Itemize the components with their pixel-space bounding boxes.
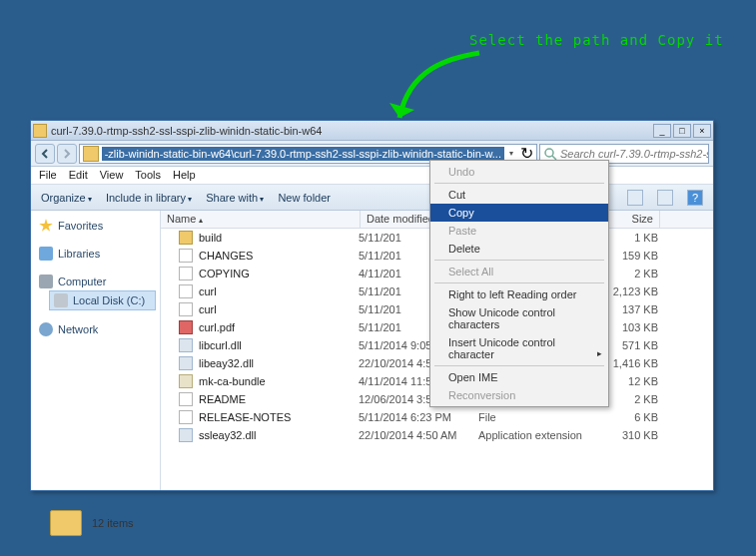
file-name: COPYING	[199, 268, 359, 279]
menu-bar: File Edit View Tools Help	[31, 167, 713, 185]
folder-icon	[83, 146, 99, 162]
file-icon	[179, 374, 193, 388]
svg-line-1	[552, 156, 556, 160]
file-row[interactable]: RELEASE-NOTES5/11/2014 6:23 PMFile6 KB	[161, 408, 713, 426]
sidebar-label: Network	[58, 323, 98, 335]
file-name: curl	[199, 303, 359, 315]
file-name: curl	[199, 285, 359, 297]
share-with-button[interactable]: Share with	[206, 192, 264, 204]
context-item-undo: Undo	[430, 163, 608, 181]
item-count: 12 items	[92, 517, 134, 529]
disk-icon	[54, 293, 68, 307]
context-separator	[434, 183, 604, 184]
sidebar-label: Libraries	[58, 248, 100, 260]
file-icon	[179, 267, 193, 280]
menu-file[interactable]: File	[39, 169, 57, 182]
minimize-button[interactable]: _	[653, 124, 671, 138]
sidebar-item-network[interactable]: Network	[35, 320, 156, 338]
file-icon	[179, 428, 193, 442]
file-icon	[179, 249, 193, 263]
file-icon	[179, 338, 193, 352]
status-bar: 12 items	[50, 510, 134, 536]
sidebar-item-computer[interactable]: Computer	[35, 273, 156, 290]
file-icon	[179, 302, 193, 316]
context-separator	[434, 282, 604, 283]
folder-icon	[50, 510, 82, 536]
context-item-paste: Paste	[430, 222, 608, 240]
context-item-right-to-left-reading-order[interactable]: Right to left Reading order	[430, 285, 608, 303]
context-item-reconversion: Reconversion	[430, 386, 608, 404]
file-name: curl.pdf	[199, 321, 359, 333]
organize-button[interactable]: Organize	[41, 192, 92, 204]
svg-point-0	[545, 149, 553, 157]
context-item-open-ime[interactable]: Open IME	[430, 368, 608, 386]
context-item-select-all: Select All	[430, 263, 608, 280]
address-path[interactable]: -zlib-winidn-static-bin-w64\curl-7.39.0-…	[102, 147, 504, 161]
file-icon	[179, 392, 193, 406]
file-name: CHANGES	[199, 250, 359, 262]
maximize-button[interactable]: □	[673, 124, 691, 138]
sidebar-item-libraries[interactable]: Libraries	[35, 245, 156, 263]
libraries-icon	[39, 247, 53, 261]
context-item-delete[interactable]: Delete	[430, 240, 608, 258]
menu-edit[interactable]: Edit	[69, 169, 88, 182]
folder-icon	[33, 124, 47, 138]
navigation-pane: Favorites Libraries Computer Local Disk …	[31, 211, 161, 490]
menu-view[interactable]: View	[100, 169, 124, 182]
context-item-cut[interactable]: Cut	[430, 186, 608, 204]
file-name: libcurl.dll	[199, 339, 359, 351]
sidebar-label: Computer	[58, 276, 106, 287]
view-options-icon[interactable]	[627, 190, 643, 206]
file-type: File	[478, 411, 598, 423]
explorer-window: curl-7.39.0-rtmp-ssh2-ssl-sspi-zlib-wini…	[30, 120, 714, 491]
file-name: RELEASE-NOTES	[199, 411, 359, 423]
sidebar-item-favorites[interactable]: Favorites	[35, 217, 156, 235]
back-button[interactable]	[35, 144, 55, 164]
context-item-insert-unicode-control-character[interactable]: Insert Unicode control character	[430, 333, 608, 363]
include-in-library-button[interactable]: Include in library	[106, 192, 192, 204]
column-size[interactable]: Size	[600, 211, 660, 228]
file-size: 6 KB	[598, 411, 658, 423]
file-icon	[179, 320, 193, 334]
context-menu: UndoCutCopyPasteDeleteSelect AllRight to…	[429, 160, 609, 407]
file-name: libeay32.dll	[199, 357, 359, 369]
file-row[interactable]: ssleay32.dll22/10/2014 4:50 AMApplicatio…	[161, 426, 713, 444]
file-date: 22/10/2014 4:50 AM	[359, 429, 478, 441]
help-icon[interactable]: ?	[687, 190, 703, 206]
file-icon	[179, 410, 193, 424]
annotation-text: Select the path and Copy it	[469, 32, 724, 48]
close-button[interactable]: ×	[693, 124, 711, 138]
file-type: Application extension	[478, 429, 598, 441]
file-name: ssleay32.dll	[199, 429, 359, 441]
title-bar[interactable]: curl-7.39.0-rtmp-ssh2-ssl-sspi-zlib-wini…	[31, 121, 713, 141]
file-name: README	[199, 393, 359, 405]
column-name[interactable]: Name ▴	[161, 211, 361, 228]
new-folder-button[interactable]: New folder	[278, 192, 331, 204]
sidebar-item-local-disk[interactable]: Local Disk (C:)	[49, 290, 156, 310]
command-bar: Organize Include in library Share with N…	[31, 185, 713, 211]
context-item-show-unicode-control-characters[interactable]: Show Unicode control characters	[430, 303, 608, 333]
network-icon	[39, 322, 53, 336]
file-size: 310 KB	[598, 429, 658, 441]
star-icon	[39, 219, 53, 233]
window-title: curl-7.39.0-rtmp-ssh2-ssl-sspi-zlib-wini…	[51, 125, 653, 137]
sidebar-label: Favorites	[58, 220, 103, 232]
file-date: 5/11/2014 6:23 PM	[359, 411, 478, 423]
preview-pane-icon[interactable]	[657, 190, 673, 206]
file-icon	[179, 231, 193, 245]
address-dropdown-icon[interactable]: ▾	[504, 149, 518, 158]
context-separator	[434, 260, 604, 261]
nav-bar: -zlib-winidn-static-bin-w64\curl-7.39.0-…	[31, 141, 713, 167]
search-placeholder: Search curl-7.39.0-rtmp-ssh2-ssl-sspi-..…	[560, 148, 708, 160]
file-icon	[179, 356, 193, 370]
file-name: build	[199, 232, 359, 244]
context-separator	[434, 365, 604, 366]
file-name: mk-ca-bundle	[199, 375, 359, 387]
forward-button[interactable]	[57, 144, 77, 164]
menu-help[interactable]: Help	[173, 169, 196, 182]
context-item-copy[interactable]: Copy	[430, 204, 608, 222]
menu-tools[interactable]: Tools	[135, 169, 161, 182]
file-icon	[179, 284, 193, 298]
sidebar-label: Local Disk (C:)	[73, 294, 145, 306]
search-icon	[543, 147, 557, 161]
